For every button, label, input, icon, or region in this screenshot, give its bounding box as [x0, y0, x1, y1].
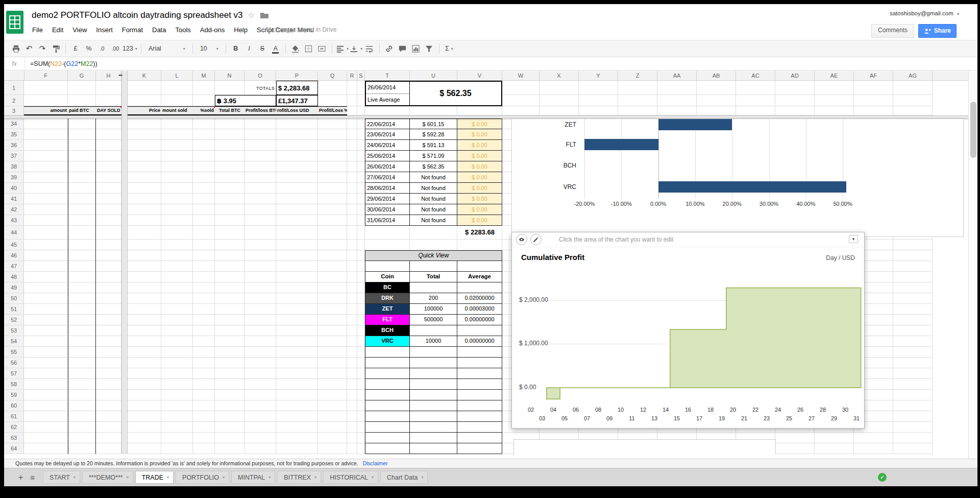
grid-cell[interactable]: [193, 315, 215, 325]
grid-cell[interactable]: [357, 81, 365, 95]
grid-cell[interactable]: [815, 95, 854, 106]
grid-cell[interactable]: [24, 129, 68, 140]
grid-cell[interactable]: [244, 172, 276, 183]
grid-cell[interactable]: [318, 411, 347, 422]
grid-cell[interactable]: [276, 293, 318, 304]
grid-cell[interactable]: [276, 379, 318, 390]
grid-cell[interactable]: [215, 240, 244, 250]
col-header-K[interactable]: K: [128, 71, 161, 80]
grid-cell[interactable]: [893, 106, 933, 115]
grid-cell[interactable]: [96, 325, 121, 336]
grid-cell[interactable]: [244, 204, 276, 215]
grid-cell[interactable]: [24, 315, 68, 325]
grid-cell[interactable]: [128, 172, 161, 183]
grid-cell[interactable]: [68, 250, 96, 261]
quick-view-empty-cell[interactable]: [410, 443, 457, 454]
grid-cell[interactable]: [276, 226, 318, 240]
grid-cell[interactable]: [24, 226, 68, 240]
grid-cell[interactable]: [347, 443, 357, 454]
grid-cell[interactable]: [276, 272, 318, 282]
grid-cell[interactable]: [161, 433, 193, 443]
tab-menu-caret-icon[interactable]: ▾: [223, 475, 225, 480]
tab-menu-caret-icon[interactable]: ▾: [372, 475, 374, 480]
grid-cell[interactable]: [244, 368, 276, 379]
quick-view-empty-cell[interactable]: [410, 261, 457, 272]
percent-button[interactable]: %: [83, 42, 95, 55]
grid-cell[interactable]: [128, 261, 161, 272]
grid-cell[interactable]: [128, 215, 161, 226]
grid-cell[interactable]: [215, 261, 244, 272]
grid-cell[interactable]: [161, 411, 193, 422]
grid-cell[interactable]: [215, 204, 244, 215]
grid-cell[interactable]: [318, 161, 347, 172]
grid-cell[interactable]: [96, 390, 121, 400]
grid-cell[interactable]: [128, 282, 161, 293]
row-header-52[interactable]: 52: [4, 315, 24, 325]
grid-cell[interactable]: [244, 118, 276, 129]
grid-cell[interactable]: [318, 95, 347, 106]
grid-cell[interactable]: [318, 194, 347, 204]
grid-cell[interactable]: [215, 390, 244, 400]
row-header-1[interactable]: 1: [4, 81, 24, 95]
grid-cell[interactable]: [161, 194, 193, 204]
grid-cell[interactable]: [215, 411, 244, 422]
grid-cell[interactable]: [161, 293, 193, 304]
grid-cell[interactable]: [193, 358, 215, 368]
col-header-V[interactable]: V: [457, 71, 502, 80]
grid-cell[interactable]: [215, 443, 244, 454]
col-header-AD[interactable]: AD: [775, 71, 815, 80]
price-date-cell[interactable]: 29/06/2014: [365, 194, 410, 204]
grid-cell[interactable]: [318, 129, 347, 140]
grid-cell[interactable]: [161, 282, 193, 293]
grid-cell[interactable]: [24, 443, 68, 454]
grid-cell[interactable]: [244, 183, 276, 194]
tab-menu-caret-icon[interactable]: ▾: [268, 475, 271, 480]
col-header-AC[interactable]: AC: [736, 71, 775, 80]
grid-cell[interactable]: [893, 250, 933, 261]
grid-cell[interactable]: [244, 215, 276, 226]
grid-cell[interactable]: [193, 433, 215, 443]
grid-cell[interactable]: [318, 443, 347, 454]
grid-cell[interactable]: [276, 336, 318, 347]
grid-cell[interactable]: [854, 433, 893, 443]
grid-cell[interactable]: [276, 358, 318, 368]
col-header-O[interactable]: O: [244, 71, 276, 80]
price-date-cell[interactable]: 27/06/2014: [365, 172, 410, 183]
font-size-select[interactable]: 10▾: [197, 42, 222, 55]
grid-cell[interactable]: [24, 118, 68, 129]
grid-cell[interactable]: [244, 129, 276, 140]
coin-average-cell[interactable]: 0.00000000: [457, 336, 502, 347]
quick-view-empty-cell[interactable]: [365, 400, 410, 411]
grid-cell[interactable]: [68, 272, 96, 282]
grid-cell[interactable]: [893, 293, 933, 304]
grid-cell[interactable]: [697, 106, 736, 115]
grid-cell[interactable]: [215, 272, 244, 282]
grid-cell[interactable]: [365, 240, 410, 250]
price-flag-cell[interactable]: $ 0.00: [457, 129, 502, 140]
grid-cell[interactable]: [357, 183, 365, 194]
grid-cell[interactable]: [68, 226, 96, 240]
row-header-50[interactable]: 50: [4, 293, 24, 304]
grid-cell[interactable]: [410, 226, 457, 240]
grid-cell[interactable]: [128, 358, 161, 368]
grid-cell[interactable]: [96, 194, 121, 204]
row-header-40[interactable]: 40: [4, 183, 24, 194]
grid-cell[interactable]: [68, 81, 96, 95]
grid-cell[interactable]: [276, 250, 318, 261]
sheets-logo-icon[interactable]: [6, 11, 23, 34]
grid-cell[interactable]: [96, 379, 121, 390]
grid-cell[interactable]: [161, 151, 193, 161]
grid-cell[interactable]: [815, 443, 854, 454]
col-header-H[interactable]: H: [96, 71, 121, 80]
row-header-59[interactable]: 59: [4, 390, 24, 400]
grid-cell[interactable]: [347, 390, 357, 400]
functions-button[interactable]: Σ▾: [443, 42, 455, 55]
grid-cell[interactable]: [96, 215, 121, 226]
quick-view-empty-cell[interactable]: [410, 400, 457, 411]
grid-cell[interactable]: [24, 81, 68, 95]
grid-cell[interactable]: [24, 325, 68, 336]
redo-icon[interactable]: ↷: [36, 42, 48, 55]
coin-cell-flt[interactable]: FLT: [365, 315, 410, 325]
grid-cell[interactable]: [357, 194, 365, 204]
coin-average-cell[interactable]: 0.00000000: [457, 315, 502, 325]
